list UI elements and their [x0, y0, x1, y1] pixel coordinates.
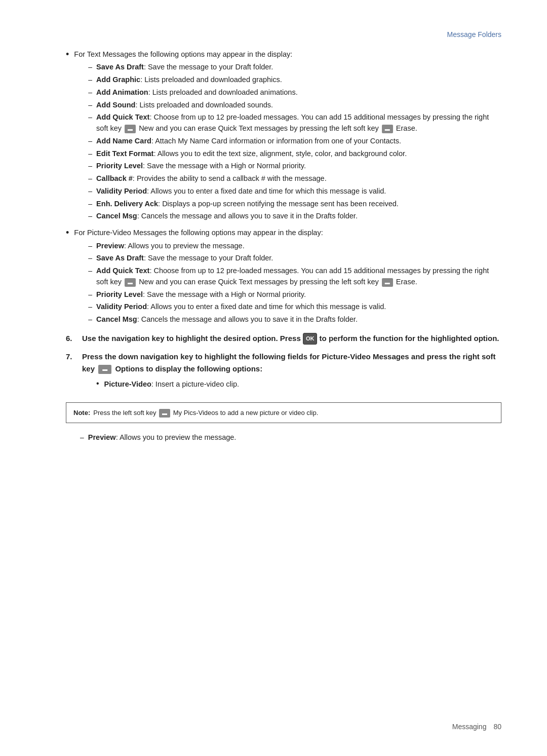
- picture-video-insert-text: Picture-Video: Insert a picture-video cl…: [104, 379, 239, 390]
- bold-edit-text-format: Edit Text Format: [96, 149, 153, 158]
- step-6: 6. Use the navigation key to highlight t…: [66, 332, 501, 345]
- text-messages-intro: For Text Messages the following options …: [74, 50, 292, 58]
- picture-video-content: For Picture-Video Messages the following…: [74, 227, 501, 327]
- bold-save-as-draft: Save As Draft: [96, 63, 144, 71]
- picture-video-insert-bullet: • Picture-Video: Insert a picture-video …: [96, 379, 501, 390]
- bullet-dot-3: •: [96, 377, 99, 390]
- option-callback: – Callback #: Provides the ability to se…: [88, 173, 501, 184]
- numbered-steps: 6. Use the navigation key to highlight t…: [66, 332, 501, 393]
- option-add-quick-text-1: – Add Quick Text: Choose from up to 12 p…: [88, 112, 501, 134]
- option-add-name-card: – Add Name Card: Attach My Name Card inf…: [88, 136, 501, 147]
- erase-key-2: ▬: [382, 278, 393, 287]
- footer-page: 80: [493, 723, 501, 731]
- option-validity-period-1: – Validity Period: Allows you to enter a…: [88, 186, 501, 197]
- footer-section: Messaging: [452, 723, 487, 731]
- bold-add-sound: Add Sound: [96, 101, 135, 109]
- bold-pv-save-as-draft: Save As Draft: [96, 254, 144, 262]
- option-cancel-msg-1: – Cancel Msg: Cancels the message and al…: [88, 211, 501, 222]
- bold-pv-add-quick-text: Add Quick Text: [96, 267, 149, 275]
- note-label: Note:: [73, 408, 90, 418]
- footer: Messaging 80: [452, 723, 501, 731]
- page-container: Message Folders • For Text Messages the …: [0, 0, 547, 756]
- option-edit-text-format: – Edit Text Format: Allows you to edit t…: [88, 148, 501, 160]
- option-add-sound: – Add Sound: Lists preloaded and downloa…: [88, 100, 501, 111]
- option-add-graphic: – Add Graphic: Lists preloaded and downl…: [88, 74, 501, 86]
- preview-section: – Preview: Allows you to preview the mes…: [66, 432, 501, 443]
- bold-pv-priority-level: Priority Level: [96, 290, 143, 298]
- pv-option-cancel-msg: – Cancel Msg: Cancels the message and al…: [88, 314, 501, 325]
- option-add-animation: – Add Animation: Lists preloaded and dow…: [88, 87, 501, 98]
- text-messages-bullet: • For Text Messages the following option…: [66, 49, 501, 224]
- pv-option-add-quick-text: – Add Quick Text: Choose from up to 12 p…: [88, 266, 501, 288]
- step-7-content: Press the down navigation key to highlig…: [82, 351, 501, 393]
- header-link-text: Message Folders: [447, 30, 501, 39]
- bold-pv-cancel-msg: Cancel Msg: [96, 315, 137, 323]
- bold-pv-preview: Preview: [96, 242, 124, 250]
- note-key-icon: ▬: [159, 409, 170, 418]
- bold-picture-video: Picture-Video: [104, 380, 151, 388]
- note-text: Press the left soft key ▬ My Pics-Videos…: [93, 408, 318, 418]
- pv-option-save-as-draft: – Save As Draft: Save the message to you…: [88, 253, 501, 264]
- picture-video-intro: For Picture-Video Messages the following…: [74, 229, 323, 237]
- picture-video-bullet: • For Picture-Video Messages the followi…: [66, 227, 501, 327]
- option-enh-delivery-ack: – Enh. Delivery Ack: Displays a pop-up s…: [88, 199, 501, 210]
- header-section-link[interactable]: Message Folders: [66, 30, 501, 39]
- bold-pv-validity-period: Validity Period: [96, 303, 147, 311]
- bold-validity-period-1: Validity Period: [96, 187, 147, 195]
- pv-option-priority-level: – Priority Level: Save the message with …: [88, 289, 501, 300]
- erase-key-1: ▬: [382, 125, 393, 133]
- ok-key-icon: OK: [303, 333, 318, 345]
- bold-add-animation: Add Animation: [96, 88, 148, 96]
- new-key-2: ▬: [125, 278, 136, 287]
- options-key-icon: ▬: [98, 365, 111, 374]
- bold-add-graphic: Add Graphic: [96, 75, 140, 84]
- step-7-number: 7.: [66, 351, 75, 362]
- step-7-sub-list: • Picture-Video: Insert a picture-video …: [82, 379, 501, 390]
- step-7: 7. Press the down navigation key to high…: [66, 351, 501, 393]
- new-key-1: ▬: [125, 125, 136, 133]
- pv-option-validity-period: – Validity Period: Allows you to enter a…: [88, 301, 501, 313]
- options-label: Options: [115, 364, 144, 373]
- text-messages-content: For Text Messages the following options …: [74, 49, 501, 224]
- preview-final-item: – Preview: Allows you to preview the mes…: [80, 432, 501, 443]
- option-save-as-draft: – Save As Draft: Save the message to you…: [88, 62, 501, 73]
- bullet-dot-2: •: [66, 226, 69, 240]
- bold-add-quick-text-1: Add Quick Text: [96, 113, 149, 121]
- step-6-content: Use the navigation key to highlight the …: [82, 332, 501, 345]
- bullet-dot-1: •: [66, 48, 69, 62]
- main-bullet-list: • For Text Messages the following option…: [66, 49, 501, 327]
- step-6-number: 6.: [66, 332, 75, 344]
- picture-video-options-list: – Preview: Allows you to preview the mes…: [74, 241, 501, 325]
- option-priority-level-1: – Priority Level: Save the message with …: [88, 161, 501, 172]
- text-message-options-list: – Save As Draft: Save the message to you…: [74, 62, 501, 222]
- bold-add-name-card: Add Name Card: [96, 137, 151, 145]
- bold-callback: Callback #: [96, 174, 133, 182]
- bold-priority-level-1: Priority Level: [96, 162, 143, 170]
- pv-option-preview: – Preview: Allows you to preview the mes…: [88, 241, 501, 252]
- bold-cancel-msg-1: Cancel Msg: [96, 212, 137, 220]
- main-content: • For Text Messages the following option…: [66, 49, 501, 443]
- bold-enh-delivery-ack: Enh. Delivery Ack: [96, 200, 158, 208]
- note-box: Note: Press the left soft key ▬ My Pics-…: [66, 402, 501, 424]
- bold-final-preview: Preview: [88, 433, 116, 441]
